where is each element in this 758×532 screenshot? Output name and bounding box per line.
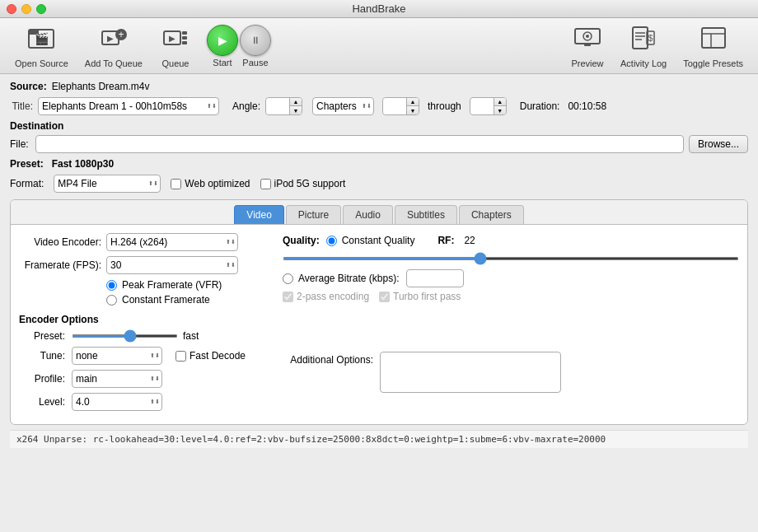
angle-up-button[interactable]: ▲	[290, 98, 302, 106]
preset-slider[interactable]	[72, 334, 178, 338]
window-controls[interactable]	[7, 4, 46, 14]
tab-video[interactable]: Video	[234, 205, 283, 224]
angle-down-button[interactable]: ▼	[290, 106, 302, 114]
turbo-checkbox[interactable]	[379, 292, 390, 302]
format-label: Format:	[10, 178, 44, 189]
tab-picture[interactable]: Picture	[286, 205, 341, 224]
video-right-col: Quality: Constant Quality RF: 22	[283, 233, 739, 416]
enc-preset-row: Preset: fast	[19, 330, 266, 342]
profile-select-wrapper: main	[72, 370, 162, 388]
browse-button[interactable]: Browse...	[689, 135, 748, 153]
enc-level-row: Level: 4.0	[19, 393, 266, 411]
avg-bitrate-radio-label[interactable]: Average Bitrate (kbps):	[283, 273, 400, 284]
additional-options-textarea[interactable]	[380, 352, 561, 393]
angle-stepper[interactable]: 1 ▲ ▼	[265, 97, 302, 115]
svg-rect-10	[182, 36, 187, 40]
activity-log-button[interactable]: $ Activity Log	[612, 20, 675, 72]
activity-log-label: Activity Log	[620, 58, 667, 68]
framerate-select-wrapper: 30	[106, 256, 238, 274]
level-select-wrapper: 4.0	[72, 393, 162, 411]
preset-label-text: Preset:	[10, 158, 44, 170]
tab-chapters[interactable]: Chapters	[459, 205, 524, 224]
svg-text:+: +	[118, 29, 124, 40]
title-select[interactable]: Elephants Dream 1 - 00h10m58s	[38, 97, 219, 115]
chapters-from-input[interactable]: 1	[383, 98, 406, 114]
constant-quality-radio-label[interactable]: Constant Quality	[326, 235, 415, 246]
video-left-col: Video Encoder: H.264 (x264) Framerate (F…	[19, 233, 266, 416]
framerate-select[interactable]: 30	[106, 256, 238, 274]
fast-decode-label[interactable]: Fast Decode	[175, 350, 246, 362]
chapters-to-input[interactable]: 1	[470, 98, 494, 114]
two-pass-text: 2-pass encoding	[297, 291, 369, 302]
chapters-type-select[interactable]: Chapters	[312, 97, 374, 115]
two-pass-checkbox[interactable]	[283, 292, 293, 302]
constant-framerate-radio[interactable]	[106, 295, 117, 306]
svg-rect-9	[182, 31, 187, 35]
quality-slider[interactable]	[283, 257, 739, 260]
quality-slider-container	[283, 251, 739, 263]
enc-profile-label: Profile:	[19, 373, 65, 385]
start-button[interactable]: ▶	[207, 25, 238, 56]
ipod-support-checkbox-label[interactable]: iPod 5G support	[260, 178, 346, 189]
svg-text:▶: ▶	[169, 34, 175, 43]
turbo-label[interactable]: Turbo first pass	[379, 291, 461, 302]
toolbar-right: Preview $ Activity Log	[563, 20, 751, 72]
preview-button[interactable]: Preview	[563, 20, 612, 72]
web-optimized-checkbox[interactable]	[171, 179, 181, 189]
close-button[interactable]	[7, 4, 16, 14]
peak-framerate-label: Peak Framerate (VFR)	[122, 279, 222, 291]
destination-label: Destination	[10, 120, 748, 132]
main-content: Source: Elephants Dream.m4v Title: Eleph…	[0, 74, 758, 455]
open-source-label: Open Source	[15, 58, 68, 68]
toggle-presets-button[interactable]: Toggle Presets	[675, 20, 751, 72]
preview-icon	[573, 23, 602, 57]
chapters-to-up[interactable]: ▲	[494, 98, 506, 106]
avg-bitrate-label: Average Bitrate (kbps):	[298, 273, 400, 284]
source-row: Source: Elephants Dream.m4v	[10, 81, 748, 92]
angle-input[interactable]: 1	[266, 98, 289, 114]
format-select[interactable]: MP4 File	[54, 175, 161, 193]
constant-quality-radio[interactable]	[326, 236, 337, 246]
tabs-header: Video Picture Audio Subtitles Chapters	[11, 200, 747, 225]
chapters-from-down[interactable]: ▼	[407, 106, 419, 114]
tab-subtitles[interactable]: Subtitles	[395, 205, 457, 224]
profile-select[interactable]: main	[72, 370, 162, 388]
framerate-label: Framerate (FPS):	[19, 259, 101, 271]
encoder-row: Video Encoder: H.264 (x264)	[19, 233, 266, 251]
start-pause-group: ▶ Start ⏸ Pause	[200, 21, 278, 71]
pause-button[interactable]: ⏸	[240, 25, 271, 56]
constant-framerate-radio-label[interactable]: Constant Framerate	[106, 294, 266, 306]
fast-decode-checkbox[interactable]	[175, 351, 186, 362]
chapters-from-up[interactable]: ▲	[407, 98, 419, 106]
chapters-from-stepper[interactable]: 1 ▲ ▼	[382, 97, 419, 115]
chapters-select-wrapper: Chapters	[312, 97, 374, 115]
ipod-support-checkbox[interactable]	[260, 179, 271, 189]
encoder-select[interactable]: H.264 (x264)	[106, 233, 238, 251]
chapters-to-stepper[interactable]: 1 ▲ ▼	[470, 97, 507, 115]
bitrate-input[interactable]: 6000	[406, 269, 464, 287]
web-optimized-checkbox-label[interactable]: Web optimized	[171, 178, 250, 189]
file-input[interactable]: /Volumes/Scratch/HandBrake Docs Media/Me…	[35, 135, 684, 153]
minimize-button[interactable]	[21, 4, 31, 14]
tune-select[interactable]: none	[72, 347, 162, 365]
add-to-queue-button[interactable]: ▶ + Add To Queue	[77, 20, 151, 72]
constant-quality-text: Constant Quality	[342, 235, 415, 246]
encoder-options-title: Encoder Options	[19, 314, 266, 325]
peak-framerate-radio[interactable]	[106, 280, 117, 291]
svg-point-14	[586, 35, 589, 38]
maximize-button[interactable]	[36, 4, 46, 14]
open-source-button[interactable]: 🎬 Open Source	[7, 20, 77, 72]
avg-bitrate-radio[interactable]	[283, 273, 293, 284]
queue-button[interactable]: ▶ Queue	[151, 20, 200, 72]
source-value: Elephants Dream.m4v	[52, 81, 150, 92]
x264-string: x264 Unparse: rc-lookahead=30:level=4.0:…	[10, 430, 748, 448]
two-pass-label[interactable]: 2-pass encoding	[283, 291, 369, 302]
toolbar: 🎬 Open Source ▶ + Add To Queue ▶ Qu	[0, 18, 758, 74]
peak-framerate-radio-label[interactable]: Peak Framerate (VFR)	[106, 279, 266, 291]
tabs-panel: Video Picture Audio Subtitles Chapters V…	[10, 199, 748, 425]
encoding-options-row: 2-pass encoding Turbo first pass	[283, 291, 739, 302]
quality-label: Quality:	[283, 235, 320, 246]
level-select[interactable]: 4.0	[72, 393, 162, 411]
tab-audio[interactable]: Audio	[343, 205, 393, 224]
chapters-to-down[interactable]: ▼	[494, 106, 506, 114]
